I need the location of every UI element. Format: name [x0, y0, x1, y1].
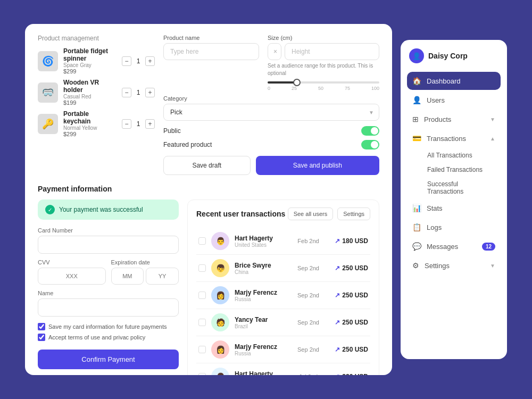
public-toggle[interactable]	[361, 126, 379, 136]
transaction-checkbox[interactable]	[198, 346, 206, 353]
transaction-checkbox[interactable]	[198, 373, 206, 375]
avatar: 👨	[211, 368, 229, 375]
width-clear-icon[interactable]: ×	[273, 48, 277, 55]
sidebar-item-transactions[interactable]: 💳 Transactions ▲	[407, 129, 501, 147]
stats-icon: 📊	[412, 204, 421, 212]
table-row[interactable]: 👩 Marjy Ferencz Russia Sep 2nd ↗ 250 USD	[196, 336, 370, 363]
transactions-settings-button[interactable]: Settings	[337, 207, 370, 220]
transaction-name: Marjy Ferencz	[235, 289, 288, 296]
qty-decrease-button[interactable]: −	[122, 56, 131, 66]
qty-increase-button[interactable]: +	[145, 56, 155, 66]
featured-toggle[interactable]	[361, 140, 379, 149]
see-all-users-button[interactable]: See all users	[288, 207, 334, 220]
product-emoji: 🥽	[38, 82, 58, 103]
avatar: 🧑	[211, 313, 229, 331]
qty-value: 1	[135, 120, 142, 128]
featured-label: Featured product	[163, 141, 212, 148]
accept-terms-checkbox[interactable]	[38, 334, 45, 341]
sidebar-item-dashboard[interactable]: 🏠 Dashboard	[407, 72, 501, 90]
chevron-down-icon: ▲	[490, 136, 495, 142]
arrow-icon: ↗	[335, 319, 340, 326]
product-name-input[interactable]	[163, 43, 259, 60]
qty-control: − 1 +	[122, 88, 155, 97]
height-input[interactable]	[285, 43, 379, 60]
sidebar-item-label: Users	[427, 96, 495, 104]
transaction-checkbox[interactable]	[198, 292, 206, 299]
category-select[interactable]: Pick	[163, 104, 379, 121]
product-image: 🔑	[38, 114, 58, 134]
name-input[interactable]	[38, 298, 179, 317]
sidebar-item-stats[interactable]: 📊 Stats	[407, 199, 501, 217]
dashboard-icon: 🏠	[412, 77, 421, 85]
sidebar-item-all-transactions[interactable]: All Transactions	[422, 148, 501, 162]
transaction-checkbox[interactable]	[198, 319, 206, 326]
table-row[interactable]: 👨 Hart Hagerty United States Jul 2nd ↗ 3…	[196, 363, 370, 375]
sidebar-item-users[interactable]: 👤 Users	[407, 91, 501, 109]
transaction-country: Brazil	[235, 323, 288, 329]
product-item: 🔑 Portable keychain Normal Yellow $299 −…	[38, 110, 155, 137]
sidebar-item-logs[interactable]: 📋 Logs	[407, 218, 501, 236]
cvv-label: CVV	[38, 259, 106, 265]
transaction-checkbox[interactable]	[198, 237, 206, 245]
product-item: 🥽 Wooden VR holder Casual Red $199 − 1 +	[38, 79, 155, 106]
sidebar-item-label: Products	[424, 115, 485, 123]
transaction-checkbox[interactable]	[198, 264, 206, 272]
slider-label-75: 75	[345, 86, 350, 91]
sidebar-item-successful-transactions[interactable]: Successful Transactions	[422, 177, 501, 198]
sidebar-item-messages[interactable]: 💬 Messages 12	[407, 237, 501, 255]
transaction-info: Marjy Ferencz Russia	[235, 289, 288, 302]
avatar-emoji: 👩	[216, 291, 225, 300]
name-label: Name	[38, 290, 179, 296]
product-name: Portable fidget spinner	[63, 47, 117, 62]
product-variant: Space Gray	[63, 62, 117, 68]
product-price: $299	[63, 131, 117, 137]
transaction-info: Marjy Ferencz Russia	[235, 343, 288, 356]
table-row[interactable]: 👩 Marjy Ferencz Russia Sep 2nd ↗ 250 USD	[196, 282, 370, 309]
save-publish-button[interactable]: Save and publish	[256, 156, 379, 175]
sidebar-item-products[interactable]: ⊞ Products ▼	[407, 110, 501, 128]
exp-month-input[interactable]	[111, 268, 144, 285]
qty-value: 1	[135, 57, 142, 65]
sidebar-item-settings[interactable]: ⚙ Settings ▼	[407, 256, 501, 275]
transaction-amount: ↗ 250 USD	[328, 264, 368, 272]
exp-year-input[interactable]	[146, 268, 179, 285]
transactions-list: 👨 Hart Hagerty United States Feb 2nd ↗ 1…	[196, 228, 370, 375]
save-card-checkbox[interactable]	[38, 323, 45, 330]
qty-increase-button[interactable]: +	[145, 119, 155, 129]
transaction-country: United States	[235, 242, 288, 248]
avatar: 👦	[211, 259, 229, 277]
avatar: 👩	[211, 340, 229, 359]
transaction-date: Jul 2nd	[294, 373, 323, 375]
product-info: Portable keychain Normal Yellow $299	[63, 110, 117, 137]
transaction-name: Hart Hagerty	[235, 235, 288, 242]
table-row[interactable]: 👦 Brice Swyre China Sep 2nd ↗ 250 USD	[196, 255, 370, 282]
sidebar-item-failed-transactions[interactable]: Failed Transactions	[422, 163, 501, 177]
transaction-date: Sep 2nd	[294, 292, 323, 298]
arrow-icon: ↗	[335, 264, 340, 272]
save-draft-button[interactable]: Save draft	[163, 156, 251, 175]
table-row[interactable]: 🧑 Yancy Tear Brazil Sep 2nd ↗ 250 USD	[196, 309, 370, 336]
transaction-amount: ↗ 180 USD	[328, 237, 368, 245]
transaction-amount: ↗ 250 USD	[328, 292, 368, 299]
audience-slider[interactable]: 0 25 50 75 100	[268, 81, 379, 91]
qty-decrease-button[interactable]: −	[122, 119, 131, 129]
sidebar-item-label: Dashboard	[427, 77, 495, 85]
confirm-payment-button[interactable]: Confirm Payment	[38, 350, 179, 369]
arrow-icon: ↗	[335, 373, 340, 375]
settings-icon: ⚙	[412, 261, 419, 270]
transactions-submenu: All TransactionsFailed TransactionsSucce…	[407, 148, 501, 198]
transaction-info: Yancy Tear Brazil	[235, 316, 288, 329]
sidebar-item-label: Stats	[427, 204, 495, 212]
qty-decrease-button[interactable]: −	[122, 88, 131, 97]
transaction-date: Sep 2nd	[294, 319, 323, 326]
success-text: Your payment was successful	[59, 206, 143, 213]
table-row[interactable]: 👨 Hart Hagerty United States Feb 2nd ↗ 1…	[196, 228, 370, 255]
card-number-input[interactable]	[38, 236, 179, 254]
transaction-country: Russia	[235, 296, 288, 302]
cvv-input[interactable]	[38, 268, 106, 285]
qty-increase-button[interactable]: +	[145, 88, 155, 97]
brand-row: 👤 Daisy Corp	[407, 48, 501, 63]
transactions-title: Recent user transactions	[196, 210, 285, 218]
transaction-info: Hart Hagerty United States	[235, 235, 288, 248]
product-management-title: Product management	[38, 35, 155, 42]
